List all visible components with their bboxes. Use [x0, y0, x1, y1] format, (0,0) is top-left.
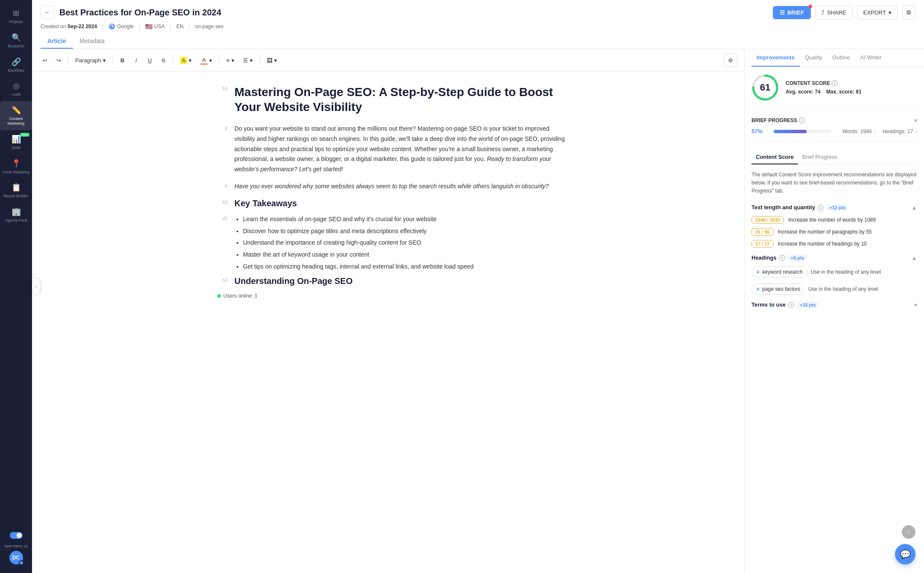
content-score-section: 61 CONTENT SCORE i Avg. score: 74 Max. s…	[751, 74, 917, 108]
underline-button[interactable]: U	[144, 54, 156, 66]
headings-up-arrow: ↑	[915, 129, 918, 134]
words-rec-text: Increase the number of words by 1089	[788, 217, 876, 223]
panel-scroll[interactable]: 61 CONTENT SCORE i Avg. score: 74 Max. s…	[745, 67, 924, 573]
chat-button[interactable]: 💬	[895, 544, 915, 564]
progress-collapse-icon[interactable]: ▾	[914, 117, 917, 124]
sidebar-item-report-builder[interactable]: 📋 Report Builder	[0, 178, 32, 203]
export-label: EXPORT	[863, 9, 886, 16]
sub-tabs: Content Score Brief Progress	[751, 150, 917, 165]
brief-progress-info-icon[interactable]: i	[799, 117, 805, 123]
text-length-collapse-icon[interactable]: ▲	[911, 204, 917, 211]
headings-rec-title: Headings i +5 pts	[751, 254, 807, 261]
bullet-list[interactable]: Learn the essentials of on-page SEO and …	[234, 214, 567, 272]
sidebar-expand-button[interactable]: ›	[32, 279, 40, 294]
brief-progress-section: BRIEF PROGRESS i ▾ 57% Words: 1946	[751, 117, 917, 142]
sidebar-item-label: Projects	[9, 20, 23, 24]
sidebar-item-smm[interactable]: 📊 SMM Beta	[0, 130, 32, 155]
backlinks-icon: 🔗	[12, 57, 21, 67]
heading2-2[interactable]: Understanding On-Page SEO	[234, 276, 567, 286]
toolbar-separator	[173, 56, 173, 64]
text-length-header[interactable]: Text length and quantity i +12 pts ▲	[751, 204, 917, 211]
keyword-research-chip[interactable]: + keyword research	[751, 266, 807, 278]
text-length-info-icon[interactable]: i	[818, 205, 824, 210]
headings-pts: +5 pts	[788, 254, 807, 261]
terms-info-icon[interactable]: i	[788, 302, 794, 308]
sidebar: ⊞ Projects 🔍 Research 🔗 Backlinks ◎ Audi…	[0, 0, 32, 573]
editor-scroll[interactable]: h1 Mastering On-Page SEO: A Step-by-Step…	[32, 72, 744, 573]
image-icon: 🖼	[267, 57, 272, 64]
export-button[interactable]: EXPORT ▾	[857, 6, 898, 20]
progress-bar-container	[774, 130, 831, 133]
sidebar-item-label: SMM	[12, 146, 20, 150]
page-seo-factors-chip[interactable]: + page seo factors	[751, 284, 805, 295]
text-color-button[interactable]: A ▾	[197, 55, 216, 66]
content-score-info-icon[interactable]: i	[832, 80, 838, 86]
block-label-h2-1: h2	[217, 199, 228, 205]
toolbar-separator	[113, 56, 113, 64]
created-date: Sep-22 2024	[67, 23, 97, 29]
undo-button[interactable]: ↩	[39, 54, 51, 66]
headings-rec-header[interactable]: Headings i +5 pts ▲	[751, 254, 917, 261]
sidebar-item-label: Report Builder	[4, 194, 29, 199]
insert-image-button[interactable]: 🖼 ▾	[263, 56, 281, 65]
sidebar-item-backlinks[interactable]: 🔗 Backlinks	[0, 53, 32, 77]
heading1[interactable]: Mastering On-Page SEO: A Step-by-Step Gu…	[234, 85, 567, 114]
new-menu-toggle[interactable]	[7, 529, 25, 541]
sidebar-item-local-marketing[interactable]: 📍 Local Marketing	[0, 155, 32, 179]
sidebar-item-agency-pack[interactable]: 🏢 Agency Pack	[0, 203, 32, 227]
sidebar-item-projects[interactable]: ⊞ Projects	[0, 4, 32, 29]
header-top: ← Best Practices for On-Page SEO in 2024…	[41, 5, 915, 20]
heading2-1[interactable]: Key Takeaways	[234, 199, 567, 208]
toggle-switch[interactable]	[10, 532, 23, 539]
headings-info-icon[interactable]: i	[779, 255, 785, 261]
filter-button[interactable]: ⚙	[724, 53, 737, 67]
sidebar-item-audit[interactable]: ◎ Audit	[0, 77, 32, 101]
strikethrough-button[interactable]: S	[158, 54, 170, 66]
brief-button[interactable]: ☰ BRIEF	[773, 6, 811, 19]
terms-collapse-icon[interactable]: ▾	[914, 301, 917, 308]
projects-icon: ⊞	[13, 9, 19, 18]
content-area: ↩ ↪ Paragraph ▾ B I U S A ▾ A	[32, 49, 924, 573]
redo-button[interactable]: ↪	[53, 54, 64, 66]
panel-tab-outline[interactable]: Outline	[827, 49, 855, 67]
sidebar-item-content-marketing[interactable]: ✏️ Content Marketing	[0, 101, 32, 130]
bold-button[interactable]: B	[117, 54, 129, 66]
list-button[interactable]: ☰ ▾	[240, 56, 256, 65]
content-score-label: CONTENT SCORE i	[786, 80, 917, 86]
toolbar-separator	[260, 56, 260, 64]
google-icon	[108, 23, 115, 30]
block-label-ul: ul	[217, 214, 228, 221]
panel-tab-ai-writer[interactable]: AI Writer	[855, 49, 887, 67]
heading-chip-row-2: + page seo factors Use in the heading of…	[751, 284, 878, 295]
list-item: Discover how to optimize page titles and…	[243, 226, 567, 237]
progress-stats: 57% Words: 1946 ↑ Headings: 17 ↑	[751, 128, 917, 134]
sub-tab-content-score[interactable]: Content Score	[751, 150, 798, 164]
sidebar-item-research[interactable]: 🔍 Research	[0, 29, 32, 53]
report-builder-icon: 📋	[12, 183, 21, 192]
highlight-color-button[interactable]: A ▾	[177, 55, 196, 66]
back-button[interactable]: ←	[41, 6, 54, 19]
sub-tab-brief-progress[interactable]: Brief Progress	[798, 150, 842, 164]
italic-button[interactable]: I	[130, 54, 142, 66]
language: EN	[176, 23, 184, 29]
headings-collapse-icon[interactable]: ▲	[911, 254, 917, 261]
paragraph1[interactable]: Do you want your website to stand out am…	[234, 124, 567, 175]
panel-tab-improvements[interactable]: Improvements	[751, 49, 800, 67]
settings-button[interactable]: ⚙	[902, 5, 915, 20]
user-avatar[interactable]: DC	[9, 551, 23, 564]
highlight-chevron-icon: ▾	[189, 57, 192, 64]
progress-percent: 57%	[751, 128, 763, 134]
share-button[interactable]: ⤴ SHARE	[815, 6, 853, 20]
paragraph-style-dropdown[interactable]: Paragraph ▾	[72, 56, 109, 65]
words-up-arrow: ↑	[874, 129, 876, 134]
panel-tab-quality[interactable]: Quality	[800, 49, 827, 67]
heading2-1-block: h2 Key Takeaways	[217, 199, 567, 212]
tab-metadata[interactable]: Metadata	[73, 34, 111, 49]
content-marketing-icon: ✏️	[12, 105, 21, 115]
align-button[interactable]: ≡ ▾	[223, 56, 238, 65]
chip-plus-icon-2: +	[756, 286, 760, 292]
terms-header[interactable]: Terms to use i +15 pts ▾	[751, 301, 917, 308]
scroll-to-top-button[interactable]: ↑	[902, 525, 915, 539]
paragraph2[interactable]: Have you ever wondered why some websites…	[234, 181, 567, 192]
tab-article[interactable]: Article	[41, 34, 73, 49]
